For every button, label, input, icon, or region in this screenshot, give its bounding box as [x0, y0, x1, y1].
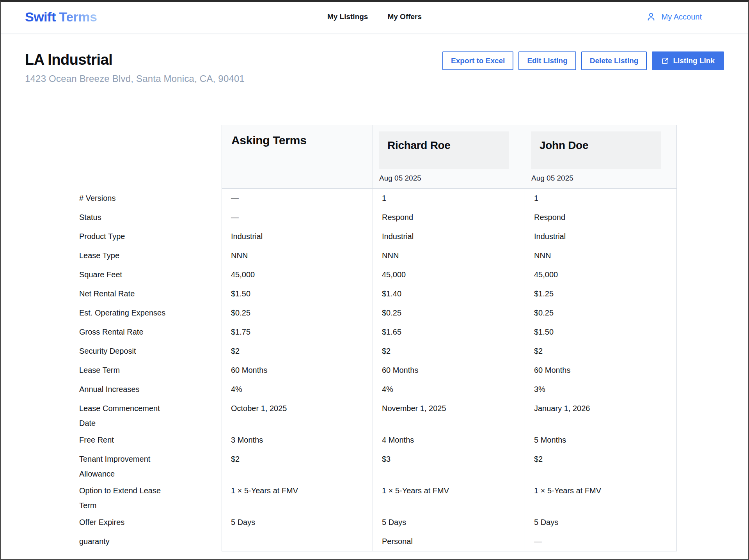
row-label: Gross Rental Rate [79, 323, 222, 342]
cell-asking-terms: $2 [222, 450, 373, 481]
cell-john-doe: January 1, 2026 [525, 399, 677, 431]
delete-listing-button[interactable]: Delete Listing [581, 51, 647, 70]
page-title: LA Industrial [25, 51, 245, 69]
cell-asking-terms: Industrial [222, 227, 373, 246]
cell-asking-terms: October 1, 2025 [222, 399, 373, 431]
cell-richard-roe: $1.65 [373, 323, 525, 342]
cell-asking-terms: $0.25 [222, 303, 373, 323]
cell-asking-terms: 5 Days [222, 513, 373, 532]
cell-richard-roe: 4 Months [373, 431, 525, 450]
cell-john-doe: 1 [525, 189, 677, 208]
export-to-excel-button[interactable]: Export to Excel [442, 51, 513, 70]
logo-word-swift: Swift [25, 9, 56, 24]
title-row: LA Industrial 1423 Ocean Breeze Blvd, Sa… [25, 51, 724, 84]
row-label: Square Feet [79, 265, 222, 284]
cell-john-doe: — [525, 532, 677, 551]
main-content: LA Industrial 1423 Ocean Breeze Blvd, Sa… [0, 51, 749, 551]
cell-asking-terms: 4% [222, 380, 373, 399]
row-label: Option to Extend Lease Term [79, 481, 222, 513]
cell-richard-roe: November 1, 2025 [373, 399, 525, 431]
cell-asking-terms: — [222, 208, 373, 227]
cell-asking-terms: NNN [222, 246, 373, 265]
row-label: Lease Term [79, 361, 222, 380]
row-label: Lease Commencement Date [79, 399, 222, 431]
cell-asking-terms: $1.75 [222, 323, 373, 342]
cell-richard-roe: 4% [373, 380, 525, 399]
edit-listing-button[interactable]: Edit Listing [518, 51, 576, 70]
cell-asking-terms: 1 × 5-Years at FMV [222, 481, 373, 513]
cell-john-doe: 5 Days [525, 513, 677, 532]
cell-asking-terms [222, 532, 373, 551]
row-label: guaranty [79, 532, 222, 551]
user-icon [646, 12, 656, 22]
listing-link-button[interactable]: Listing Link [652, 51, 724, 70]
row-label: Product Type [79, 227, 222, 246]
cell-john-doe: $1.25 [525, 284, 677, 303]
cell-asking-terms: — [222, 189, 373, 208]
cell-john-doe: $1.50 [525, 323, 677, 342]
comparison-table: Asking Terms Richard Roe Aug 05 2025 Joh… [79, 125, 724, 551]
listing-link-label: Listing Link [673, 57, 715, 65]
cell-asking-terms: 45,000 [222, 265, 373, 284]
cell-asking-terms: $1.50 [222, 284, 373, 303]
cell-richard-roe: Respond [373, 208, 525, 227]
row-label: Net Rental Rate [79, 284, 222, 303]
cell-richard-roe: 1 × 5-Years at FMV [373, 481, 525, 513]
topbar: SwiftTerms My Listings My Offers My Acco… [0, 0, 749, 34]
cell-richard-roe: $0.25 [373, 303, 525, 323]
row-label: Offer Expires [79, 513, 222, 532]
offer-name[interactable]: Richard Roe [379, 131, 509, 169]
listing-address: 1423 Ocean Breeze Blvd, Santa Monica, CA… [25, 73, 245, 84]
column-header-asking-terms: Asking Terms [222, 125, 373, 189]
cell-richard-roe: $3 [373, 450, 525, 481]
cell-john-doe: 5 Months [525, 431, 677, 450]
row-label: # Versions [79, 189, 222, 208]
offer-date: Aug 05 2025 [531, 174, 676, 183]
account-menu[interactable]: My Account [646, 0, 702, 34]
cell-john-doe: $0.25 [525, 303, 677, 323]
cell-richard-roe: Personal [373, 532, 525, 551]
app-logo[interactable]: SwiftTerms [25, 9, 97, 25]
row-label: Lease Type [79, 246, 222, 265]
row-label: Tenant Improvement Allowance [79, 450, 222, 481]
cell-richard-roe: 5 Days [373, 513, 525, 532]
cell-asking-terms: 60 Months [222, 361, 373, 380]
logo-word-terms: Terms [59, 9, 97, 24]
cell-richard-roe: NNN [373, 246, 525, 265]
cell-john-doe: $2 [525, 342, 677, 361]
row-label: Status [79, 208, 222, 227]
cell-john-doe: 1 × 5-Years at FMV [525, 481, 677, 513]
row-label: Annual Increases [79, 380, 222, 399]
row-label: Est. Operating Expenses [79, 303, 222, 323]
row-label: Security Deposit [79, 342, 222, 361]
cell-richard-roe: 1 [373, 189, 525, 208]
offer-date: Aug 05 2025 [379, 174, 525, 183]
cell-john-doe: Industrial [525, 227, 677, 246]
cell-richard-roe: 60 Months [373, 361, 525, 380]
cell-john-doe: 45,000 [525, 265, 677, 284]
cell-richard-roe: Industrial [373, 227, 525, 246]
comparison-section: Asking Terms Richard Roe Aug 05 2025 Joh… [79, 125, 724, 551]
cell-richard-roe: $1.40 [373, 284, 525, 303]
cell-asking-terms: 3 Months [222, 431, 373, 450]
column-header-richard-roe: Richard Roe Aug 05 2025 [373, 125, 525, 189]
cell-richard-roe: $2 [373, 342, 525, 361]
cell-john-doe: 60 Months [525, 361, 677, 380]
column-header-john-doe: John Doe Aug 05 2025 [525, 125, 677, 189]
cell-john-doe: 3% [525, 380, 677, 399]
asking-terms-title: Asking Terms [222, 125, 373, 147]
title-block: LA Industrial 1423 Ocean Breeze Blvd, Sa… [25, 51, 245, 84]
main-nav: My Listings My Offers [327, 0, 422, 34]
header-spacer [79, 125, 222, 189]
cell-john-doe: NNN [525, 246, 677, 265]
account-label: My Account [662, 12, 702, 21]
cell-richard-roe: 45,000 [373, 265, 525, 284]
cell-asking-terms: $2 [222, 342, 373, 361]
cell-john-doe: Respond [525, 208, 677, 227]
cell-john-doe: $2 [525, 450, 677, 481]
external-link-icon [661, 57, 669, 65]
nav-my-offers[interactable]: My Offers [387, 12, 422, 21]
nav-my-listings[interactable]: My Listings [327, 12, 368, 21]
listing-actions: Export to Excel Edit Listing Delete List… [442, 51, 724, 70]
offer-name[interactable]: John Doe [531, 131, 661, 169]
